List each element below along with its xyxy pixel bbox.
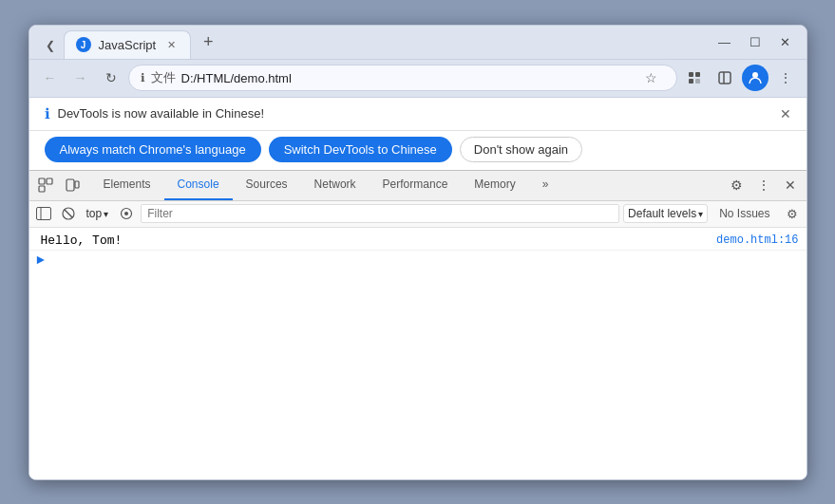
console-prompt[interactable]: ►: [29, 251, 807, 270]
live-expressions-button[interactable]: [116, 203, 137, 224]
minimize-button[interactable]: —: [712, 28, 738, 55]
svg-rect-2: [689, 79, 693, 84]
tab-favicon: J: [76, 37, 91, 52]
levels-arrow: ▾: [698, 209, 703, 219]
tab-sources[interactable]: Sources: [233, 170, 301, 200]
prompt-arrow: ►: [37, 252, 45, 268]
tab-area: ❮ J JavaScript ✕ +: [37, 26, 708, 59]
tab-close-button[interactable]: ✕: [163, 37, 179, 52]
console-clear-button[interactable]: [58, 203, 79, 224]
svg-rect-11: [75, 181, 79, 188]
tab-list-chevron[interactable]: ❮: [37, 32, 64, 59]
console-log-line: Hello, Tom! demo.html:16: [29, 232, 807, 251]
extensions-button[interactable]: [681, 65, 708, 91]
new-tab-button[interactable]: +: [195, 28, 221, 55]
forward-button[interactable]: →: [67, 65, 94, 91]
address-bar: ← → ↻ ℹ 文件 D:/HTML/demo.html ☆ ⋮: [29, 60, 807, 98]
svg-point-17: [124, 212, 128, 215]
profile-button[interactable]: [742, 65, 769, 91]
bookmark-button[interactable]: ☆: [638, 65, 665, 91]
devtools-panel: Elements Console Sources Network Perform…: [29, 170, 807, 479]
dont-show-button[interactable]: Don't show again: [460, 137, 582, 162]
log-levels-dropdown[interactable]: Default levels ▾: [623, 204, 708, 223]
tab-console[interactable]: Console: [164, 170, 233, 200]
context-label: top: [86, 207, 103, 220]
svg-rect-8: [39, 186, 45, 192]
devtools-toolbar: Elements Console Sources Network Perform…: [29, 171, 807, 201]
console-sidebar-toggle[interactable]: [33, 203, 54, 224]
url-prefix: 文件: [151, 69, 176, 86]
svg-rect-3: [695, 79, 700, 84]
browser-tab[interactable]: J JavaScript ✕: [64, 30, 192, 59]
browser-window: ❮ J JavaScript ✕ + — ☐ ✕ ← → ↻ ℹ 文件 D:/H…: [28, 25, 807, 480]
devtools-tabs: Elements Console Sources Network Perform…: [90, 171, 562, 200]
svg-line-15: [65, 210, 72, 217]
console-log-source[interactable]: demo.html:16: [716, 233, 798, 247]
levels-label: Default levels: [628, 207, 696, 220]
info-icon: ℹ: [45, 105, 50, 122]
url-text: D:/HTML/demo.html: [181, 71, 633, 85]
device-toolbar-button[interactable]: [60, 173, 85, 197]
svg-rect-9: [47, 178, 52, 184]
notification-close-button[interactable]: ✕: [774, 103, 797, 125]
context-selector[interactable]: top ▾: [83, 205, 113, 222]
sidebar-button[interactable]: [712, 65, 738, 91]
tab-network[interactable]: Network: [301, 170, 370, 200]
back-button[interactable]: ←: [37, 65, 64, 91]
console-log-text: Hello, Tom!: [37, 233, 710, 248]
console-output: Hello, Tom! demo.html:16 ►: [29, 228, 807, 479]
reload-button[interactable]: ↻: [98, 65, 124, 91]
maximize-button[interactable]: ☐: [742, 28, 769, 55]
tab-performance[interactable]: Performance: [370, 170, 462, 200]
devtools-close-button[interactable]: ✕: [778, 173, 803, 197]
svg-point-6: [752, 72, 758, 78]
no-issues-label: No Issues: [712, 207, 777, 220]
always-match-button[interactable]: Always match Chrome's language: [45, 137, 261, 162]
inspect-element-button[interactable]: [33, 173, 58, 197]
switch-devtools-button[interactable]: Switch DevTools to Chinese: [269, 137, 452, 162]
svg-rect-7: [39, 178, 45, 184]
svg-rect-12: [36, 208, 50, 220]
tab-memory[interactable]: Memory: [461, 170, 528, 200]
secure-icon: ℹ: [141, 71, 145, 84]
title-bar: ❮ J JavaScript ✕ + — ☐ ✕: [29, 26, 807, 60]
console-filter-input[interactable]: [141, 204, 619, 223]
svg-rect-10: [66, 179, 74, 191]
devtools-notification: ℹ DevTools is now available in Chinese! …: [29, 98, 807, 131]
svg-rect-4: [719, 72, 731, 84]
address-input[interactable]: ℹ 文件 D:/HTML/demo.html ☆: [128, 65, 677, 91]
window-controls: — ☐ ✕: [712, 28, 799, 55]
console-toolbar: top ▾ Default levels ▾ No Issues ⚙: [29, 201, 807, 228]
chrome-menu-button[interactable]: ⋮: [772, 65, 799, 91]
tab-more[interactable]: »: [529, 170, 562, 200]
notification-text: DevTools is now available in Chinese!: [58, 106, 265, 121]
svg-rect-0: [689, 72, 693, 77]
devtools-more-button[interactable]: ⋮: [751, 173, 776, 197]
close-button[interactable]: ✕: [772, 28, 799, 55]
context-arrow: ▾: [104, 209, 108, 219]
tab-title: JavaScript: [99, 38, 157, 52]
tab-elements[interactable]: Elements: [90, 170, 164, 200]
console-settings-button[interactable]: ⚙: [782, 203, 803, 224]
notification-buttons: Always match Chrome's language Switch De…: [29, 131, 807, 170]
devtools-settings-button[interactable]: ⚙: [725, 173, 750, 197]
svg-rect-1: [695, 72, 700, 77]
devtools-toolbar-right: ⚙ ⋮ ✕: [725, 173, 803, 197]
browser-content: ℹ DevTools is now available in Chinese! …: [29, 98, 807, 479]
